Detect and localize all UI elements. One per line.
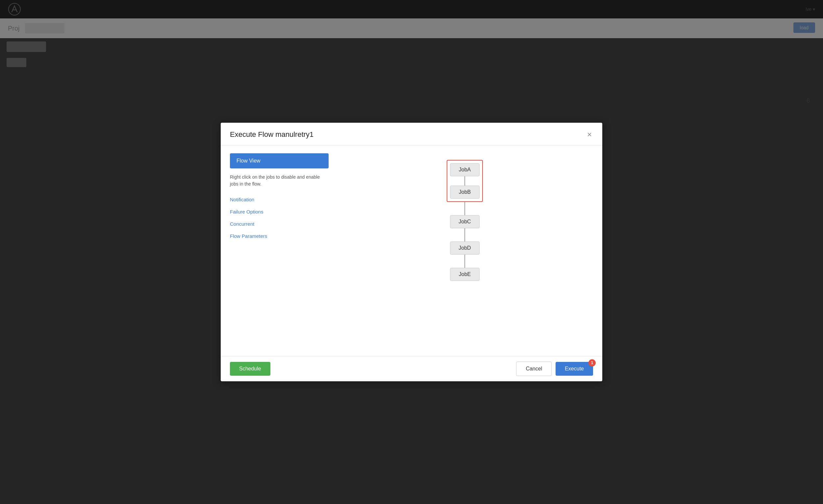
flow-view-button[interactable]: Flow View (230, 153, 329, 168)
modal-footer: Schedule Cancel Execute 1 (221, 356, 602, 381)
modal-overlay: Execute Flow manulretry1 × Flow View Rig… (0, 0, 823, 504)
schedule-button[interactable]: Schedule (230, 362, 271, 376)
modal-sidebar: Flow View Right click on the jobs to dis… (230, 153, 329, 348)
sidebar-link-failure-options[interactable]: Failure Options (230, 206, 329, 217)
sidebar-link-concurrent[interactable]: Concurrent (230, 218, 329, 229)
flow-diagram-area: JobA JobB JobC JobD JobE (336, 153, 593, 348)
modal-title: Execute Flow manulretry1 (230, 130, 314, 139)
sidebar-link-flow-parameters[interactable]: Flow Parameters (230, 230, 329, 241)
execute-flow-modal: Execute Flow manulretry1 × Flow View Rig… (221, 123, 602, 381)
connector-a-b (465, 176, 465, 186)
execute-button[interactable]: Execute (555, 362, 593, 376)
sidebar-links: Notification Failure Options Concurrent … (230, 194, 329, 241)
connector-group-c (465, 202, 465, 215)
sidebar-link-notification[interactable]: Notification (230, 194, 329, 205)
modal-close-button[interactable]: × (586, 129, 593, 140)
job-node-d[interactable]: JobD (450, 241, 480, 255)
modal-header: Execute Flow manulretry1 × (221, 123, 602, 145)
job-node-b[interactable]: JobB (450, 186, 480, 199)
job-group-selected: JobA JobB (447, 160, 483, 202)
footer-right-actions: Cancel Execute 1 (516, 362, 593, 376)
execute-btn-wrapper: Execute 1 (555, 362, 593, 376)
execute-badge: 1 (589, 359, 596, 366)
cancel-button[interactable]: Cancel (516, 362, 552, 376)
job-node-c[interactable]: JobC (450, 215, 480, 228)
flow-hint-text: Right click on the jobs to disable and e… (230, 174, 329, 187)
job-node-e[interactable]: JobE (450, 268, 480, 281)
job-node-a[interactable]: JobA (450, 163, 480, 176)
connector-c-d (465, 228, 465, 241)
connector-d-e (465, 255, 465, 268)
flow-diagram: JobA JobB JobC JobD JobE (447, 160, 483, 281)
modal-body: Flow View Right click on the jobs to dis… (221, 145, 602, 356)
